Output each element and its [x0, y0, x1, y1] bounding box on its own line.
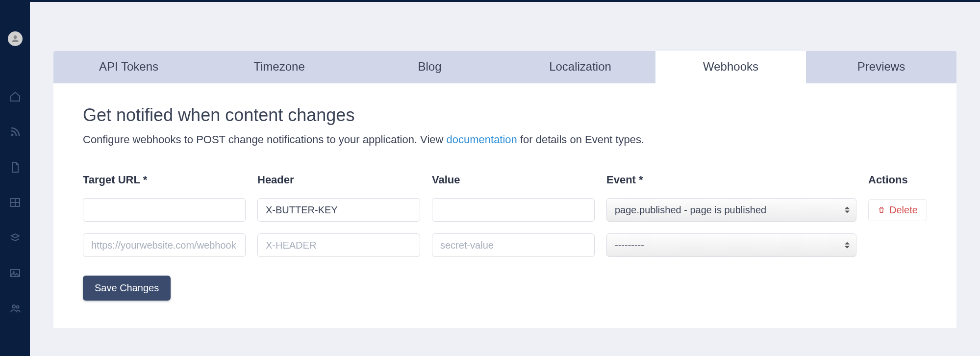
webhooks-table: Target URL * Header Value Event * Action… [83, 174, 927, 257]
subtext-pre: Configure webhooks to POST change notifi… [83, 133, 447, 146]
col-actions: Actions [868, 174, 927, 186]
home-icon [9, 91, 21, 102]
header-input[interactable] [257, 198, 420, 222]
target-url-input-new[interactable] [83, 233, 246, 257]
trash-icon [878, 206, 885, 214]
content: Get notified when content changes Config… [53, 83, 956, 328]
tab-blog[interactable]: Blog [354, 51, 505, 83]
sidebar-components[interactable] [9, 231, 22, 244]
rss-icon [9, 126, 21, 138]
event-select[interactable]: page.published - page is published [606, 198, 856, 222]
target-url-input[interactable] [83, 198, 246, 222]
actions-cell: Delete [868, 199, 927, 221]
col-header: Header [257, 174, 420, 186]
components-icon [9, 232, 21, 244]
col-target-url: Target URL * [83, 174, 246, 186]
users-icon [9, 303, 21, 314]
col-event: Event * [606, 174, 856, 186]
page-icon [9, 161, 21, 173]
value-input[interactable] [432, 198, 595, 222]
col-value: Value [432, 174, 595, 186]
sidebar [0, 2, 30, 356]
tab-timezone[interactable]: Timezone [204, 51, 354, 83]
tab-webhooks[interactable]: Webhooks [655, 51, 806, 83]
page-subtext: Configure webhooks to POST change notifi… [83, 133, 927, 146]
sidebar-pages[interactable] [9, 161, 22, 174]
event-select-new[interactable]: --------- [606, 233, 856, 257]
avatar-icon [10, 34, 20, 44]
layout: API Tokens Timezone Blog Localization We… [0, 2, 980, 356]
grid-icon [9, 197, 21, 208]
value-input-new[interactable] [432, 233, 595, 257]
sidebar-media[interactable] [9, 267, 22, 280]
sidebar-users[interactable] [9, 302, 22, 315]
event-select-wrap-new: --------- [606, 233, 856, 257]
delete-button[interactable]: Delete [868, 199, 927, 221]
sidebar-blog[interactable] [9, 126, 22, 138]
page-heading: Get notified when content changes [83, 105, 927, 126]
svg-point-1 [11, 134, 13, 136]
sidebar-collections[interactable] [9, 196, 22, 209]
event-select-wrap: page.published - page is published [606, 198, 856, 222]
save-button[interactable]: Save Changes [83, 276, 171, 301]
header-input-new[interactable] [257, 233, 420, 257]
svg-point-7 [12, 305, 15, 308]
tab-previews[interactable]: Previews [806, 51, 956, 83]
main: API Tokens Timezone Blog Localization We… [30, 2, 980, 356]
tab-localization[interactable]: Localization [505, 51, 655, 83]
svg-point-8 [16, 306, 19, 308]
delete-label: Delete [889, 204, 918, 216]
svg-point-0 [13, 35, 17, 39]
documentation-link[interactable]: documentation [447, 133, 517, 146]
subtext-post: for details on Event types. [517, 133, 644, 146]
tab-api-tokens[interactable]: API Tokens [53, 51, 204, 83]
tabs: API Tokens Timezone Blog Localization We… [53, 51, 956, 83]
media-icon [9, 267, 21, 279]
settings-card: API Tokens Timezone Blog Localization We… [53, 51, 956, 328]
sidebar-home[interactable] [9, 90, 22, 103]
avatar[interactable] [8, 31, 23, 46]
